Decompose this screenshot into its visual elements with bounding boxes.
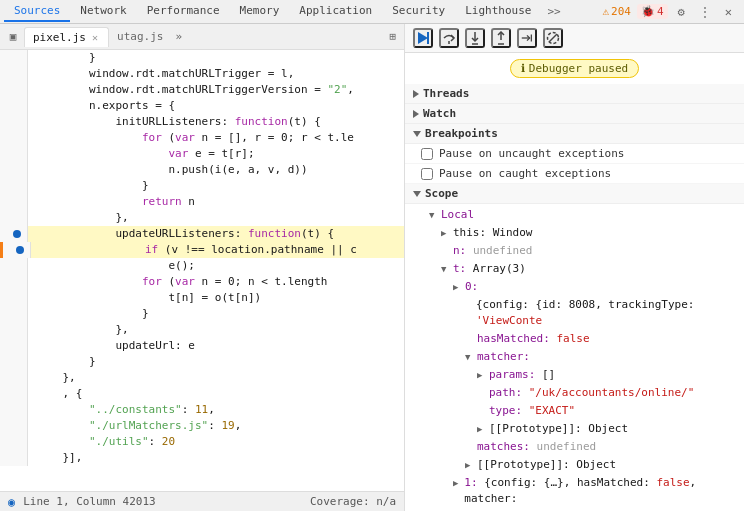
file-tab-pixel-close[interactable]: ✕ bbox=[90, 32, 100, 43]
t-item-0-val: {config: {id: 8008, trackingType: 'ViewC… bbox=[405, 296, 744, 330]
line-gutter bbox=[0, 402, 28, 418]
line-gutter bbox=[0, 386, 28, 402]
nav-tab-sources[interactable]: Sources bbox=[4, 1, 70, 22]
line-gutter bbox=[0, 162, 28, 178]
t-expand[interactable]: ▼ bbox=[441, 261, 451, 277]
code-line: return n bbox=[0, 194, 404, 210]
nav-tab-memory[interactable]: Memory bbox=[230, 1, 290, 22]
error-badge: 🐞 4 bbox=[637, 4, 668, 19]
line-content: "./utils": 20 bbox=[28, 434, 404, 450]
pause-uncaught-label: Pause on uncaught exceptions bbox=[439, 147, 624, 160]
item-0-config: {config: {id: 8008, trackingType: 'ViewC… bbox=[476, 297, 736, 329]
code-line: var e = t[r]; bbox=[0, 146, 404, 162]
scope-section-header[interactable]: Scope bbox=[405, 184, 744, 204]
code-line-breakpoint-1: updateURLListeners: function(t) { bbox=[0, 226, 404, 242]
line-content-highlighted: updateURLListeners: function(t) { bbox=[28, 226, 404, 242]
error-count: 4 bbox=[657, 5, 664, 18]
file-tabs-bar: ▣ pixel.js ✕ utag.js » ⊞ bbox=[0, 24, 404, 50]
proto-expand[interactable]: ▶ bbox=[465, 457, 475, 473]
code-line: } bbox=[0, 306, 404, 322]
resume-button[interactable] bbox=[413, 28, 433, 48]
this-expand[interactable]: ▶ bbox=[441, 225, 451, 241]
local-expand[interactable]: ▼ bbox=[429, 207, 439, 223]
n-value: n: undefined bbox=[453, 243, 532, 259]
n-expand bbox=[441, 243, 451, 259]
step-into-button[interactable] bbox=[465, 28, 485, 48]
step-out-button[interactable] bbox=[491, 28, 511, 48]
code-line: for (var n = 0; n < t.length bbox=[0, 274, 404, 290]
matcher-expand[interactable]: ▼ bbox=[465, 349, 475, 365]
close-devtools-button[interactable]: ✕ bbox=[721, 3, 736, 21]
line-content: } bbox=[28, 50, 404, 66]
line-gutter bbox=[0, 114, 28, 130]
pause-uncaught-checkbox[interactable] bbox=[421, 148, 433, 160]
threads-section-header[interactable]: Threads bbox=[405, 84, 744, 104]
code-line: for (var n = [], r = 0; r < t.le bbox=[0, 130, 404, 146]
code-line: , { bbox=[0, 386, 404, 402]
code-line-current: if (v !== location.pathname || c bbox=[0, 242, 404, 258]
pause-caught-row: Pause on caught exceptions bbox=[405, 164, 744, 184]
nav-tab-performance[interactable]: Performance bbox=[137, 1, 230, 22]
nav-tab-application[interactable]: Application bbox=[289, 1, 382, 22]
item-0-val-expand bbox=[465, 297, 474, 313]
local-section: ▼ Local bbox=[405, 206, 744, 224]
breakpoints-expand-icon bbox=[413, 131, 421, 137]
top-nav-bar: Sources Network Performance Memory Appli… bbox=[0, 0, 744, 24]
item-0-label: 0: bbox=[465, 279, 478, 295]
line-content: return n bbox=[28, 194, 404, 210]
breakpoints-section-header[interactable]: Breakpoints bbox=[405, 124, 744, 144]
matcher-prototype: ▶ [[Prototype]]: Object bbox=[405, 420, 744, 438]
t-item-1: ▶ 1: {config: {…}, hasMatched: false, ma… bbox=[405, 474, 744, 508]
file-tabs-more[interactable]: » bbox=[171, 27, 186, 46]
debugger-paused-badge: ℹ Debugger paused bbox=[510, 59, 639, 78]
prototype-expand[interactable]: ▶ bbox=[477, 421, 487, 437]
line-content: for (var n = 0; n < t.length bbox=[28, 274, 404, 290]
deactivate-breakpoints-button[interactable] bbox=[543, 28, 563, 48]
nav-more-tabs[interactable]: >> bbox=[541, 2, 566, 21]
info-icon: ℹ bbox=[521, 62, 525, 75]
pause-caught-label: Pause on caught exceptions bbox=[439, 167, 611, 180]
t-row: ▼ t: Array(3) bbox=[405, 260, 744, 278]
matcher-label: matcher: bbox=[477, 349, 530, 365]
code-line: updateUrl: e bbox=[0, 338, 404, 354]
line-content: } bbox=[28, 354, 404, 370]
nav-tab-security[interactable]: Security bbox=[382, 1, 455, 22]
prototype-obj-row: ▶ [[Prototype]]: Object bbox=[405, 456, 744, 474]
line-gutter bbox=[0, 274, 28, 290]
t-item-0: ▶ 0: bbox=[405, 278, 744, 296]
line-gutter bbox=[0, 194, 28, 210]
status-icon: ◉ bbox=[8, 495, 15, 509]
file-tab-pixel-js[interactable]: pixel.js ✕ bbox=[24, 27, 109, 47]
file-tab-utag-js[interactable]: utag.js bbox=[109, 27, 171, 46]
breakpoints-label: Breakpoints bbox=[425, 127, 498, 140]
more-options-button[interactable]: ⋮ bbox=[695, 3, 715, 21]
watch-section-header[interactable]: Watch bbox=[405, 104, 744, 124]
file-tab-actions[interactable]: ⊞ bbox=[385, 27, 400, 46]
pause-caught-checkbox[interactable] bbox=[421, 168, 433, 180]
item-0-expand[interactable]: ▶ bbox=[453, 279, 463, 295]
code-editor[interactable]: } window.rdt.matchURLTrigger = l, window… bbox=[0, 50, 404, 491]
breakpoint-indicator[interactable] bbox=[13, 230, 21, 238]
line-gutter bbox=[0, 130, 28, 146]
params-expand[interactable]: ▶ bbox=[477, 367, 487, 383]
status-bar: ◉ Line 1, Column 42013 Coverage: n/a bbox=[0, 491, 404, 511]
debugger-sections[interactable]: Threads Watch Breakpoints Pause on uncau… bbox=[405, 84, 744, 511]
line-content: }, bbox=[28, 370, 404, 386]
nav-tab-network[interactable]: Network bbox=[70, 1, 136, 22]
code-line: initURLListeners: function(t) { bbox=[0, 114, 404, 130]
code-line: } bbox=[0, 178, 404, 194]
step-button[interactable] bbox=[517, 28, 537, 48]
line-gutter bbox=[0, 258, 28, 274]
breakpoint-indicator-2[interactable] bbox=[16, 246, 24, 254]
settings-button[interactable]: ⚙ bbox=[674, 3, 689, 21]
line-content: window.rdt.matchURLTrigger = l, bbox=[28, 66, 404, 82]
step-over-button[interactable] bbox=[439, 28, 459, 48]
item-1-expand[interactable]: ▶ bbox=[453, 475, 462, 491]
watch-expand-icon bbox=[413, 110, 419, 118]
line-gutter bbox=[0, 306, 28, 322]
line-gutter bbox=[0, 146, 28, 162]
line-gutter bbox=[0, 418, 28, 434]
watch-label: Watch bbox=[423, 107, 456, 120]
nav-tab-lighthouse[interactable]: Lighthouse bbox=[455, 1, 541, 22]
sidebar-toggle-button[interactable]: ▣ bbox=[4, 28, 22, 46]
